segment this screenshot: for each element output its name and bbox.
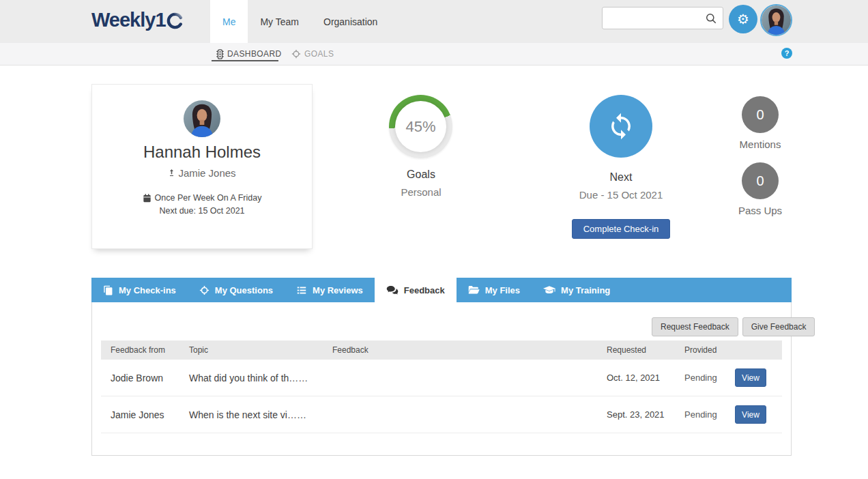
search-icon[interactable] <box>705 12 717 25</box>
goals-subtitle: Personal <box>382 186 460 198</box>
tab-my-reviews[interactable]: My Reviews <box>285 278 375 302</box>
table-row: Jodie Brown What did you think of th…… O… <box>101 360 782 396</box>
gear-icon: ⚙ <box>737 11 749 27</box>
search-box <box>602 7 723 29</box>
content-tabbar: My Check-ins My Questions My Reviews Fee… <box>91 278 792 302</box>
nav-item-me-label: Me <box>222 16 235 27</box>
subnav-item-goals[interactable]: GOALS <box>291 43 334 65</box>
tab-my-checkins-label: My Check-ins <box>119 285 176 295</box>
next-title: Next <box>580 171 662 184</box>
next-checkin-circle <box>590 95 652 158</box>
manager-row[interactable]: Jamie Jones <box>92 167 312 179</box>
subnav-item-dashboard[interactable]: DASHBOARD <box>216 43 282 65</box>
mentions-counter[interactable]: 0 <box>742 96 779 133</box>
complete-checkin-button[interactable]: Complete Check-in <box>572 219 670 239</box>
profile-next-due: Next due: 15 Oct 2021 <box>92 206 312 216</box>
user-avatar[interactable] <box>760 4 792 36</box>
col-header-feedback: Feedback <box>323 345 597 355</box>
chat-bubbles-icon <box>386 285 399 295</box>
view-button[interactable]: View <box>735 368 766 387</box>
tab-my-reviews-label: My Reviews <box>313 285 363 295</box>
col-header-provided: Provided <box>675 345 725 355</box>
mentions-count: 0 <box>756 107 764 123</box>
weekly10-logo[interactable]: Weekly1 <box>91 9 184 31</box>
cell-provided: Pending <box>675 373 725 383</box>
nav-item-organisation[interactable]: Organisation <box>311 0 390 43</box>
tab-my-training[interactable]: My Training <box>532 278 622 302</box>
feedback-table-header: Feedback from Topic Feedback Requested P… <box>101 340 782 360</box>
profile-avatar <box>184 100 220 137</box>
cell-topic: When is the next site vi…… <box>179 409 323 420</box>
col-header-requested: Requested <box>597 345 675 355</box>
nav-item-my-team-label: My Team <box>260 16 299 27</box>
nav-item-organisation-label: Organisation <box>323 16 377 27</box>
avatar-image-icon <box>762 5 791 35</box>
checkin-schedule: Once Per Week On A Friday <box>92 193 312 203</box>
cell-feedback-from: Jamie Jones <box>101 409 179 420</box>
cell-provided: Pending <box>675 409 725 420</box>
subnav-goals-label: GOALS <box>304 49 334 59</box>
goals-title: Goals <box>382 169 460 181</box>
app-header: Weekly1 Me My Team Organisation ⚙ <box>0 0 868 43</box>
col-header-topic: Topic <box>179 345 323 355</box>
logo-zero-icon <box>167 12 184 29</box>
calendar-icon <box>143 194 151 203</box>
main-nav: Me My Team Organisation <box>210 0 390 43</box>
tab-my-files-label: My Files <box>485 285 520 295</box>
feedback-actions: Request Feedback Give Feedback <box>652 317 815 336</box>
nav-item-me[interactable]: Me <box>210 0 248 43</box>
tab-feedback-label: Feedback <box>404 285 445 295</box>
tab-my-files[interactable]: My Files <box>457 278 532 302</box>
cell-requested: Oct. 12, 2021 <box>597 373 675 383</box>
sub-nav: DASHBOARD GOALS ? <box>0 43 868 66</box>
traffic-light-icon <box>216 49 224 59</box>
goals-percent: 45% <box>405 118 435 136</box>
folder-open-icon <box>468 285 480 295</box>
help-button[interactable]: ? <box>781 48 792 59</box>
tab-my-checkins[interactable]: My Check-ins <box>91 278 188 302</box>
crosshair-icon <box>291 49 301 59</box>
active-tab-underline <box>212 60 278 61</box>
manager-name: Jamie Jones <box>178 167 235 179</box>
request-feedback-button[interactable]: Request Feedback <box>652 317 738 336</box>
cell-requested: Sept. 23, 2021 <box>597 409 675 420</box>
copy-icon <box>103 285 113 295</box>
tab-my-training-label: My Training <box>561 285 610 295</box>
settings-button[interactable]: ⚙ <box>729 5 757 33</box>
passups-count: 0 <box>756 173 764 189</box>
graduation-cap-icon <box>543 286 555 295</box>
crosshair-icon <box>199 285 209 295</box>
col-header-feedback-from: Feedback from <box>101 345 179 355</box>
list-icon <box>296 285 307 295</box>
profile-name: Hannah Holmes <box>92 143 312 162</box>
tab-feedback[interactable]: Feedback <box>375 278 457 302</box>
nav-item-my-team[interactable]: My Team <box>248 0 311 43</box>
view-button[interactable]: View <box>735 405 766 424</box>
passups-label: Pass Ups <box>723 205 798 216</box>
feedback-table: Feedback from Topic Feedback Requested P… <box>101 340 782 433</box>
cell-feedback-from: Jodie Brown <box>101 373 179 383</box>
level-up-arrow-icon <box>168 169 175 177</box>
logo-text: Weekly1 <box>91 9 166 31</box>
goals-donut-hole: 45% <box>395 101 446 152</box>
sync-icon <box>607 112 635 141</box>
next-due-date: Due - 15 Oct 2021 <box>566 189 676 201</box>
give-feedback-button[interactable]: Give Feedback <box>742 317 815 336</box>
schedule-text: Once Per Week On A Friday <box>155 193 262 203</box>
tab-my-questions-label: My Questions <box>215 285 273 295</box>
subnav-dashboard-label: DASHBOARD <box>227 49 282 59</box>
table-row: Jamie Jones When is the next site vi…… S… <box>101 396 782 433</box>
mentions-label: Mentions <box>723 139 798 150</box>
profile-card: Hannah Holmes Jamie Jones Once Per Week … <box>91 84 313 249</box>
passups-counter[interactable]: 0 <box>742 162 779 199</box>
avatar-image-icon <box>184 100 220 137</box>
cell-topic: What did you think of th…… <box>179 373 323 383</box>
question-mark-icon: ? <box>785 49 790 57</box>
goals-donut: 45% <box>389 95 452 158</box>
tab-my-questions[interactable]: My Questions <box>188 278 285 302</box>
